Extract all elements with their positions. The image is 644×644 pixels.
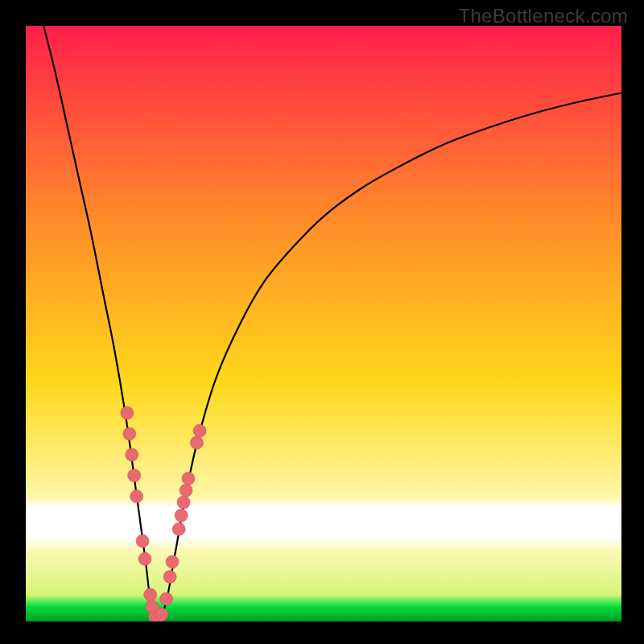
bottleneck-chart — [0, 0, 644, 644]
data-point — [166, 555, 179, 568]
data-point — [136, 535, 149, 547]
data-point — [121, 407, 134, 419]
data-point — [144, 588, 157, 601]
data-point — [190, 436, 203, 449]
data-point — [172, 522, 185, 535]
data-point — [177, 496, 190, 509]
chart-frame: { "watermark": "TheBottleneck.com", "pal… — [0, 0, 644, 644]
data-point — [175, 509, 188, 522]
data-point — [180, 484, 192, 497]
data-point — [126, 448, 138, 461]
data-point — [128, 469, 141, 482]
data-point — [160, 592, 173, 605]
watermark-text: TheBottleneck.com — [458, 5, 628, 27]
data-point — [182, 472, 195, 485]
data-point — [163, 571, 176, 584]
data-point — [130, 490, 143, 503]
data-point — [193, 424, 206, 437]
data-point — [138, 552, 151, 565]
data-point — [155, 608, 168, 621]
data-point — [123, 427, 136, 440]
plot-background — [26, 26, 621, 621]
